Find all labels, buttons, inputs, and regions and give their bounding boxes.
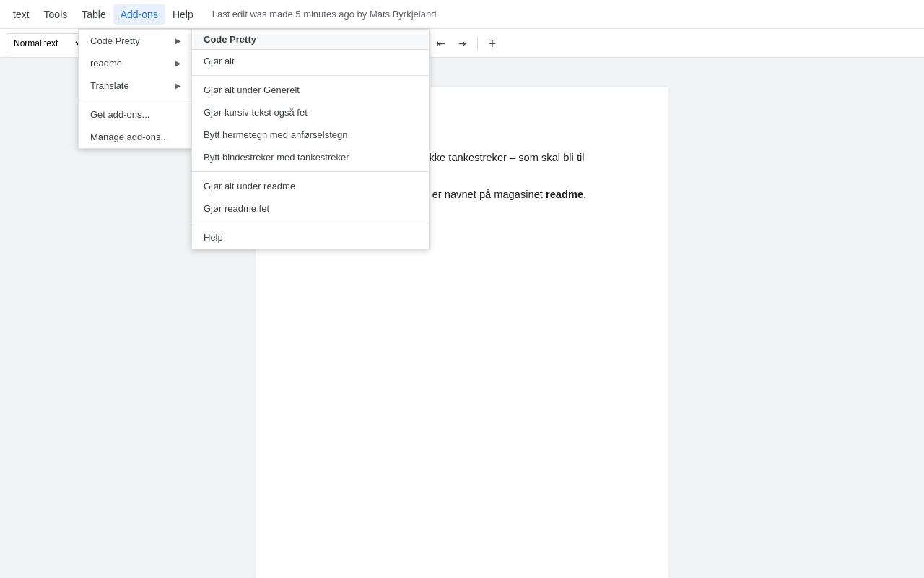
addons-menu-codepretty[interactable]: Code Pretty: [79, 30, 193, 52]
doc-line3-readme2: readme: [546, 189, 583, 200]
readme-label: readme: [90, 58, 122, 69]
addons-menu-readme[interactable]: readme: [79, 52, 193, 74]
menu-item-tools[interactable]: Tools: [37, 4, 75, 25]
submenu-item-gjor-readme-fet[interactable]: Gjør readme fet: [192, 197, 429, 220]
toolbar-divider-7: [477, 36, 478, 51]
manageaddons-label: Manage add-ons...: [90, 131, 168, 142]
submenu-item-bytt-hermetegn[interactable]: Bytt hermetegn med anførselstegn: [192, 124, 429, 146]
getaddons-label: Get add-ons...: [90, 109, 149, 120]
codepretty-header: Code Pretty: [192, 30, 429, 50]
menu-item-addons[interactable]: Add-ons: [113, 4, 165, 25]
codepretty-label: Code Pretty: [90, 35, 140, 46]
menu-item-text[interactable]: text: [6, 4, 37, 25]
menu-item-table[interactable]: Table: [74, 4, 113, 25]
submenu-divider-2: [192, 171, 429, 172]
indent-decrease-button[interactable]: ⇤: [431, 33, 451, 53]
codepretty-submenu: Code Pretty Gjør alt Gjør alt under Gene…: [191, 29, 430, 249]
submenu-item-gjoralt-generelt[interactable]: Gjør alt under Generelt: [192, 79, 429, 101]
menu-item-help[interactable]: Help: [165, 4, 201, 25]
submenu-item-bytt-bindestreker[interactable]: Bytt bindestreker med tankestreker: [192, 146, 429, 168]
translate-label: Translate: [90, 80, 129, 91]
indent-increase-button[interactable]: ⇥: [453, 33, 473, 53]
submenu-item-gjoralt[interactable]: Gjør alt: [192, 50, 429, 72]
addons-menu-getaddons[interactable]: Get add-ons...: [79, 103, 193, 126]
addons-menu-manageaddons[interactable]: Manage add-ons...: [79, 126, 193, 148]
clear-format-button[interactable]: T: [482, 33, 502, 53]
submenu-item-gjoralt-readme[interactable]: Gjør alt under readme: [192, 175, 429, 197]
addons-menu-translate[interactable]: Translate: [79, 74, 193, 97]
submenu-item-gjor-kursiv[interactable]: Gjør kursiv tekst også fet: [192, 101, 429, 124]
style-select[interactable]: Normal text: [6, 33, 85, 53]
addons-dropdown: Code Pretty readme Translate Get add-ons…: [78, 29, 193, 149]
submenu-item-help[interactable]: Help: [192, 226, 429, 249]
submenu-divider-3: [192, 223, 429, 223]
menu-bar: text Tools Table Add-ons Help Last edit …: [0, 0, 924, 29]
last-edit-text: Last edit was made 5 minutes ago by Mats…: [212, 9, 437, 20]
addons-menu-divider: [79, 100, 193, 100]
submenu-divider-1: [192, 75, 429, 76]
